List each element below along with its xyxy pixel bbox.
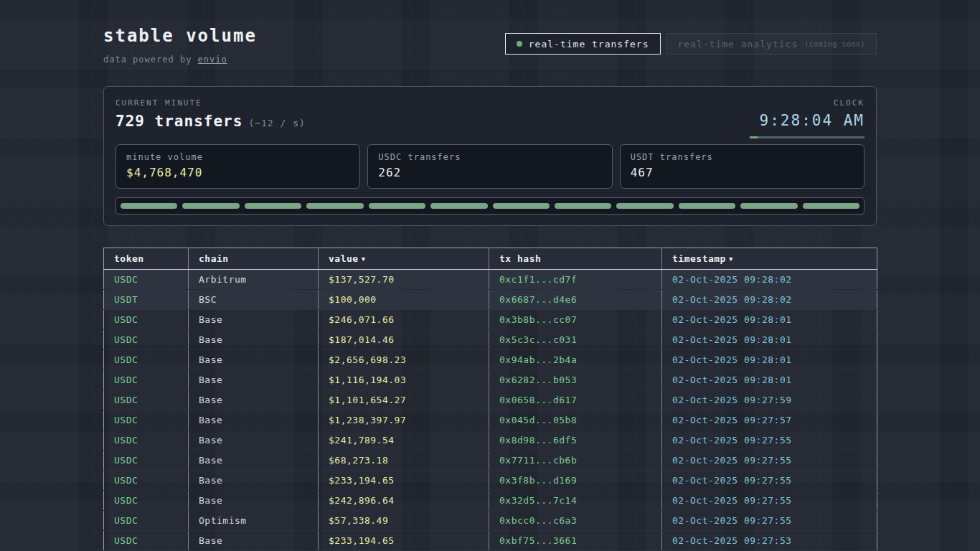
activity-segment <box>679 203 735 209</box>
cell-value: $137,527.70 <box>319 270 489 290</box>
column-header-time[interactable]: timestamp▼ <box>662 248 877 270</box>
tab-real-time-analytics[interactable]: real-time analytics (coming soon) <box>666 33 877 55</box>
sort-arrow-icon: ▼ <box>729 255 733 263</box>
cell-hash[interactable]: 0x7711...cb6b <box>489 451 662 471</box>
minute-progress-bar <box>750 136 864 138</box>
live-status-dot-icon <box>517 41 522 47</box>
cell-time: 02-Oct-2025 09:27:55 <box>662 491 877 511</box>
cell-chain: Optimism <box>189 511 319 531</box>
transfer-counter: CURRENT MINUTE 729 transfers (~12 / s) <box>116 98 306 130</box>
table-row: USDCOptimism$57,338.490xbcc0...c6a302-Oc… <box>104 511 877 531</box>
column-header-value[interactable]: value▼ <box>319 248 489 270</box>
activity-segment <box>121 203 177 209</box>
table-row: USDCBase$233,194.650x3f8b...d16902-Oct-2… <box>104 471 877 491</box>
cell-value: $241,789.54 <box>319 430 489 451</box>
cell-hash[interactable]: 0xbcc0...c6a3 <box>489 511 662 531</box>
table-row: USDCBase$246,071.660x3b8b...cc0702-Oct-2… <box>104 310 877 330</box>
column-header-chain[interactable]: chain <box>189 248 319 270</box>
transfer-count: 729 transfers <box>116 113 242 130</box>
activity-segment <box>306 203 363 209</box>
cell-hash[interactable]: 0xbf75...3661 <box>489 531 662 551</box>
activity-segment <box>740 203 797 209</box>
table-row: USDCArbitrum$137,527.700xc1f1...cd7f02-O… <box>104 270 877 290</box>
cell-chain: Base <box>189 531 319 551</box>
column-header-hash[interactable]: tx hash <box>489 248 662 270</box>
cell-hash[interactable]: 0x3f8b...d169 <box>489 471 662 491</box>
cell-hash[interactable]: 0x6687...d4e6 <box>489 290 662 310</box>
cell-time: 02-Oct-2025 09:27:53 <box>662 531 877 551</box>
table-row: USDCBase$1,101,654.270x0658...d61702-Oct… <box>104 390 877 410</box>
cell-time: 02-Oct-2025 09:28:02 <box>662 270 877 290</box>
cell-hash[interactable]: 0x3b8b...cc07 <box>489 310 662 330</box>
cell-hash[interactable]: 0x045d...05b8 <box>489 410 662 430</box>
cell-chain: Base <box>189 451 319 471</box>
cell-value: $68,273.18 <box>319 451 489 471</box>
cell-value: $1,238,397.97 <box>319 410 489 430</box>
minute-activity-segments <box>116 197 864 215</box>
stat-usdt-transfers: USDT transfers 467 <box>620 144 864 189</box>
cell-value: $1,116,194.03 <box>319 370 489 390</box>
current-minute-label: CURRENT MINUTE <box>116 98 306 108</box>
cell-chain: Base <box>189 430 319 451</box>
cell-token: USDC <box>104 330 189 350</box>
cell-hash[interactable]: 0x32d5...7c14 <box>489 491 662 511</box>
cell-time: 02-Oct-2025 09:28:02 <box>662 290 877 310</box>
transfers-table: tokenchainvalue▼tx hashtimestamp▼ USDCAr… <box>103 248 877 551</box>
envio-link[interactable]: envio <box>198 55 227 65</box>
cell-token: USDT <box>104 290 189 310</box>
column-header-token[interactable]: token <box>104 248 189 270</box>
cell-token: USDC <box>104 531 189 551</box>
table-header-row: tokenchainvalue▼tx hashtimestamp▼ <box>104 248 877 270</box>
table-row: USDCBase$242,896.640x32d5...7c1402-Oct-2… <box>104 491 877 511</box>
table-row: USDCBase$241,789.540x8d98...6df502-Oct-2… <box>104 430 877 451</box>
table-body: USDCArbitrum$137,527.700xc1f1...cd7f02-O… <box>104 270 877 551</box>
cell-value: $233,194.65 <box>319 471 489 491</box>
cell-chain: Base <box>189 370 319 390</box>
cell-hash[interactable]: 0xc1f1...cd7f <box>489 270 662 290</box>
activity-segment <box>182 203 239 209</box>
sort-arrow-icon: ▼ <box>362 255 366 263</box>
activity-segment <box>803 203 859 209</box>
cell-chain: Base <box>189 350 319 370</box>
cell-time: 02-Oct-2025 09:28:01 <box>662 330 877 350</box>
stat-usdc-transfers: USDC transfers 262 <box>367 144 612 189</box>
tab-real-time-transfers[interactable]: real-time transfers <box>505 33 661 55</box>
cell-time: 02-Oct-2025 09:27:55 <box>662 430 877 451</box>
stat-label: USDC transfers <box>378 152 601 162</box>
cell-chain: Base <box>189 410 319 430</box>
cell-token: USDC <box>104 471 189 491</box>
transfer-rate: (~12 / s) <box>248 118 305 128</box>
stat-label: minute volume <box>126 152 349 162</box>
table-row: USDCBase$1,116,194.030x6282...b05302-Oct… <box>104 370 877 390</box>
stat-value: 467 <box>631 166 854 179</box>
branding: stable volume data powered by envio <box>103 26 257 65</box>
cell-chain: Base <box>189 330 319 350</box>
clock-label: CLOCK <box>750 98 864 108</box>
cell-hash[interactable]: 0x0658...d617 <box>489 390 662 410</box>
cell-value: $233,194.65 <box>319 531 489 551</box>
cell-chain: Base <box>189 390 319 410</box>
cell-hash[interactable]: 0x6282...b053 <box>489 370 662 390</box>
tab-analytics-label: real-time analytics <box>678 39 798 50</box>
table-row: USDCBase$68,273.180x7711...cb6b02-Oct-20… <box>104 451 877 471</box>
cell-time: 02-Oct-2025 09:27:59 <box>662 390 877 410</box>
stat-value: 262 <box>378 166 601 179</box>
cell-token: USDC <box>104 390 189 410</box>
cell-hash[interactable]: 0x94ab...2b4a <box>489 350 662 370</box>
powered-by-text: data powered by <box>103 55 198 65</box>
cell-time: 02-Oct-2025 09:28:01 <box>662 350 877 370</box>
cell-hash[interactable]: 0x8d98...6df5 <box>489 430 662 451</box>
table-row: USDTBSC$100,0000x6687...d4e602-Oct-2025 … <box>104 290 877 310</box>
cell-hash[interactable]: 0x5c3c...c031 <box>489 330 662 350</box>
cell-token: USDC <box>104 430 189 451</box>
cell-chain: Arbitrum <box>189 270 319 290</box>
cell-value: $187,014.46 <box>319 330 489 350</box>
activity-segment <box>616 203 673 209</box>
tab-transfers-label: real-time transfers <box>529 39 649 50</box>
cell-value: $2,656,698.23 <box>319 350 489 370</box>
view-tabs: real-time transfers real-time analytics … <box>505 33 877 55</box>
cell-chain: Base <box>189 471 319 491</box>
stat-label: USDT transfers <box>631 152 854 162</box>
clock-time: 9:28:04 AM <box>750 112 864 129</box>
cell-token: USDC <box>104 410 189 430</box>
